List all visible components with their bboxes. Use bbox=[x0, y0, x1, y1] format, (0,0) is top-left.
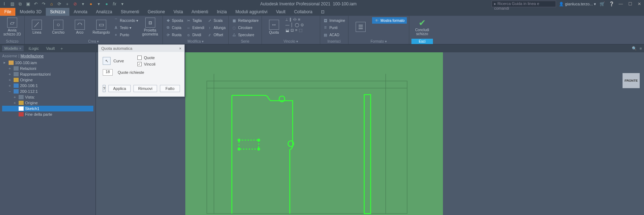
text-button[interactable]: ATesto ▾ bbox=[113, 24, 139, 31]
tree-origine2[interactable]: +Origine bbox=[2, 100, 93, 106]
tree-relazioni[interactable]: +Relazioni bbox=[2, 66, 93, 71]
tab-analizza[interactable]: Analizza bbox=[92, 8, 116, 16]
constraint-icon-3[interactable]: ⦵ bbox=[293, 17, 297, 22]
tree-root[interactable]: ▸100-100.iam bbox=[2, 59, 93, 66]
open-icon[interactable]: ⧉ bbox=[17, 1, 23, 7]
fx-icon[interactable]: fx bbox=[112, 1, 117, 7]
tree-part-2[interactable]: −200-112:1 bbox=[2, 89, 93, 94]
constraint-icon-11[interactable]: = bbox=[295, 28, 297, 33]
rect-pattern-button[interactable]: ▦Rettangolare bbox=[231, 17, 259, 24]
tree-origine[interactable]: +Origine bbox=[2, 77, 93, 83]
tree-part-1[interactable]: +200-106:1 bbox=[2, 83, 93, 89]
browser-search-icon[interactable]: 🔍 bbox=[632, 46, 637, 51]
acad-button[interactable]: ▤ACAD bbox=[322, 32, 346, 38]
start-sketch-button[interactable]: ▱ Avvia schizzo 2D bbox=[2, 16, 22, 37]
close-button[interactable]: ✕ bbox=[636, 1, 643, 6]
tree-end-of-part[interactable]: Fine della parte bbox=[2, 111, 93, 117]
minimize-button[interactable]: — bbox=[618, 1, 624, 6]
finish-sketch-button[interactable]: ✔ Concludi schizzo bbox=[411, 16, 433, 37]
plus-icon[interactable]: ＋ bbox=[64, 1, 70, 7]
offset-button[interactable]: ⫽Offset bbox=[206, 32, 226, 38]
help-search-input[interactable]: ▸ Ricerca Guida in linea e comandi bbox=[492, 1, 556, 7]
browser-breadcrumb[interactable]: Assieme | Modellazione bbox=[2, 54, 93, 58]
appearance-icon[interactable]: ● bbox=[88, 1, 94, 7]
undo-icon[interactable]: ↶ bbox=[33, 1, 39, 7]
curve-select-icon[interactable]: ↖ bbox=[103, 57, 111, 65]
constraint-icon-2[interactable]: ∥ bbox=[289, 17, 292, 22]
fillet-button[interactable]: ⌒Raccordo ▾ bbox=[113, 17, 139, 24]
save-icon[interactable]: ▣ bbox=[25, 1, 31, 7]
user-menu[interactable]: 👤 gianluca.terzo... ▾ bbox=[559, 2, 596, 6]
rotate-button[interactable]: ⟳Ruota bbox=[165, 32, 184, 38]
browser-menu-icon[interactable]: ≡ bbox=[640, 46, 642, 51]
constraint-icon-10[interactable]: ⊡ bbox=[291, 28, 294, 33]
constraint-icon-7[interactable]: ◯ bbox=[295, 23, 299, 27]
help-icon[interactable]: ❔ bbox=[608, 1, 615, 6]
constraint-icon[interactable]: ⟂ bbox=[286, 17, 288, 22]
tree-rappresentazioni[interactable]: +Rappresentazioni bbox=[2, 71, 93, 77]
tab-strumenti[interactable]: Strumenti bbox=[116, 8, 143, 16]
tab-ambienti[interactable]: Ambienti bbox=[187, 8, 213, 16]
point-button[interactable]: +Punto bbox=[113, 32, 139, 38]
chk-vincoli[interactable]: ✓Vincoli bbox=[137, 62, 155, 66]
tab-extra-icon[interactable]: ⊡ bbox=[317, 8, 329, 16]
tab-collabora[interactable]: Collabora bbox=[290, 8, 317, 16]
format-button[interactable]: ☰ bbox=[351, 16, 371, 37]
tab-annota[interactable]: Annota bbox=[69, 8, 92, 16]
dialog-titlebar[interactable]: Quota automatica × bbox=[98, 45, 184, 52]
remove-button[interactable]: Rimuovi bbox=[133, 85, 157, 92]
new-icon[interactable]: ▥ bbox=[9, 1, 15, 7]
qat-more-icon[interactable]: ▾ bbox=[119, 1, 125, 7]
tree-vista[interactable]: +Vista: bbox=[2, 94, 93, 100]
tab-moduli[interactable]: Moduli aggiuntivi bbox=[231, 8, 272, 16]
done-button[interactable]: Fatto bbox=[160, 85, 180, 92]
line-button[interactable]: ／Linea bbox=[27, 16, 47, 37]
tab-vista[interactable]: Vista bbox=[169, 8, 187, 16]
chk-quote[interactable]: Quote bbox=[137, 56, 155, 60]
browser-tab-logic[interactable]: iLogic bbox=[26, 46, 41, 51]
extend-button[interactable]: ↔Estendi bbox=[185, 24, 205, 31]
tab-inizia[interactable]: Inizia bbox=[213, 8, 231, 16]
tab-file[interactable]: File bbox=[0, 8, 15, 16]
split-button[interactable]: ⎋Dividi bbox=[185, 32, 205, 38]
trim-button[interactable]: ✂Taglia bbox=[185, 17, 205, 24]
browser-tab-vault[interactable]: Vault bbox=[44, 46, 57, 51]
home-icon[interactable]: ⌂ bbox=[49, 1, 54, 7]
maximize-button[interactable]: ☐ bbox=[627, 1, 633, 6]
cancel-icon[interactable]: ⊘ bbox=[72, 1, 78, 7]
measure-icon[interactable]: ● bbox=[104, 1, 109, 7]
move-button[interactable]: ✥Sposta bbox=[165, 17, 184, 24]
constraint-icon-6[interactable]: │ bbox=[291, 23, 293, 27]
constraint-icon-5[interactable]: — bbox=[286, 23, 289, 27]
dimension-button[interactable]: ↔Quota bbox=[264, 16, 284, 37]
copy-button[interactable]: ⧉Copia bbox=[165, 24, 184, 31]
view-cube[interactable]: FRONTE bbox=[623, 73, 640, 88]
arc-button[interactable]: ◠Arco bbox=[70, 16, 90, 37]
tab-modello3d[interactable]: Modello 3D bbox=[15, 8, 46, 16]
constraint-icon-4[interactable]: ≡ bbox=[298, 17, 300, 22]
mirror-button[interactable]: ⧋Speculare bbox=[231, 32, 259, 38]
dialog-help-icon[interactable]: ? bbox=[103, 85, 106, 92]
tab-vault[interactable]: Vault bbox=[272, 8, 289, 16]
tree-sketch[interactable]: Sketch1 bbox=[2, 106, 93, 111]
stretch-button[interactable]: ↕Allunga bbox=[206, 24, 226, 31]
constraint-icon-9[interactable]: ⬓ bbox=[286, 28, 289, 33]
update-icon[interactable]: ⟳ bbox=[57, 1, 62, 7]
project-geometry-button[interactable]: ⧈Proietta geometria bbox=[140, 16, 160, 37]
tab-gestione[interactable]: Gestione bbox=[143, 8, 169, 16]
browser-add-tab[interactable]: ＋ bbox=[60, 46, 64, 51]
rectangle-button[interactable]: ▭Rettangolo bbox=[91, 16, 111, 37]
circ-pattern-button[interactable]: ◌Circolare bbox=[231, 24, 259, 31]
appearance-drop-icon[interactable]: ▾ bbox=[96, 1, 102, 7]
constraint-icon-8[interactable]: ⊙ bbox=[301, 23, 304, 27]
constraint-icon-12[interactable]: ⬚ bbox=[299, 28, 302, 33]
image-button[interactable]: 🖼Immagine bbox=[322, 17, 346, 24]
material-icon[interactable]: ▾ bbox=[80, 1, 86, 7]
tab-schizza[interactable]: Schizza bbox=[46, 8, 69, 16]
scale-button[interactable]: ⤢Scala bbox=[206, 17, 226, 24]
show-format-button[interactable]: 👁Mostra formato bbox=[372, 17, 407, 24]
apply-button[interactable]: Applica bbox=[108, 85, 131, 92]
cart-icon[interactable]: 🛒 bbox=[599, 1, 605, 6]
browser-tab-modello[interactable]: Modello × bbox=[2, 46, 24, 51]
dialog-close-icon[interactable]: × bbox=[179, 46, 181, 51]
